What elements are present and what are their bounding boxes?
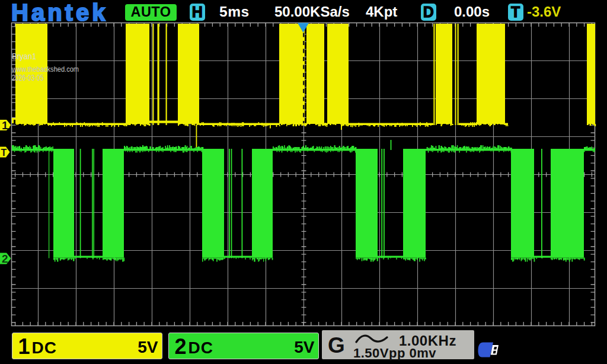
svg-text:2: 2 (2, 253, 8, 265)
svg-text:1: 1 (2, 119, 8, 132)
svg-text:T: T (1, 148, 7, 158)
